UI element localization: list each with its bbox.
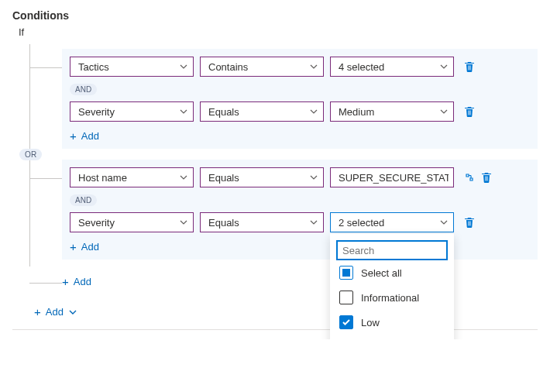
delete-icon[interactable] xyxy=(480,171,493,184)
group-box: Host name Equals SUPER_SECURE_STATION AN… xyxy=(62,160,538,260)
operator-select[interactable]: Equals xyxy=(200,101,324,122)
and-badge: AND xyxy=(70,84,97,95)
dropdown-option[interactable]: Low xyxy=(336,310,448,335)
value-select[interactable]: SUPER_SECURE_STATION xyxy=(330,167,454,187)
condition-tree: Tactics Contains 4 selected AND Se xyxy=(29,49,538,288)
chevron-down-icon xyxy=(309,218,318,227)
checkbox-indeterminate-icon xyxy=(339,266,353,280)
value-select[interactable]: 4 selected xyxy=(330,57,454,77)
operator-select[interactable]: Equals xyxy=(200,167,324,187)
condition-group: Tactics Contains 4 selected AND Se xyxy=(29,49,538,149)
operator-value: Equals xyxy=(208,217,239,229)
add-label: Add xyxy=(81,130,99,142)
value-text: Medium xyxy=(339,106,374,118)
option-label: Informational xyxy=(361,292,419,304)
operator-select[interactable]: Contains xyxy=(200,57,324,77)
operator-value: Contains xyxy=(208,61,248,73)
chevron-down-icon xyxy=(179,173,188,182)
or-badge: OR xyxy=(19,149,42,160)
chevron-down-icon xyxy=(309,107,318,116)
field-value: Tactics xyxy=(78,61,109,73)
chevron-down-icon xyxy=(179,218,188,227)
condition-row: Severity Equals Medium xyxy=(70,101,530,122)
add-condition-button[interactable]: + Add xyxy=(70,129,99,143)
value-text: 2 selected xyxy=(339,217,384,229)
value-dropdown: Select all Informational Low Medium High xyxy=(330,234,454,339)
chevron-down-icon xyxy=(68,308,77,317)
checkbox-icon xyxy=(339,291,353,304)
add-group-row: + Add xyxy=(29,275,538,288)
plus-icon: + xyxy=(70,129,77,143)
value-select[interactable]: 2 selected xyxy=(330,212,454,232)
add-label: Add xyxy=(74,276,91,287)
chevron-down-icon xyxy=(439,62,449,71)
dropdown-option[interactable]: Medium xyxy=(336,335,448,339)
and-badge: AND xyxy=(70,194,97,206)
checkbox-checked-icon xyxy=(339,315,353,329)
option-label: Select all xyxy=(361,267,402,279)
condition-row: Severity Equals 2 selected xyxy=(70,212,530,232)
group-box: Tactics Contains 4 selected AND Se xyxy=(62,49,538,149)
field-select[interactable]: Tactics xyxy=(70,57,194,77)
field-select[interactable]: Severity xyxy=(70,212,194,232)
operator-select[interactable]: Equals xyxy=(200,212,324,232)
chevron-down-icon xyxy=(179,107,188,116)
option-label: Low xyxy=(361,317,380,328)
chevron-down-icon xyxy=(179,62,188,71)
field-value: Severity xyxy=(78,106,115,118)
value-text: 4 selected xyxy=(339,61,384,73)
value-text: SUPER_SECURE_STATION xyxy=(339,172,449,184)
add-root-button[interactable]: + Add xyxy=(34,305,77,318)
condition-row: Host name Equals SUPER_SECURE_STATION xyxy=(70,167,530,187)
field-select[interactable]: Host name xyxy=(70,167,194,187)
section-title: Conditions xyxy=(12,9,538,22)
add-label: Add xyxy=(81,241,99,253)
delete-icon[interactable] xyxy=(463,60,476,73)
select-all-option[interactable]: Select all xyxy=(336,260,448,285)
dropdown-option[interactable]: Informational xyxy=(336,285,448,310)
condition-group: OR Host name Equals SUPER_SECURE_STATION xyxy=(29,160,538,260)
operator-value: Equals xyxy=(208,106,239,118)
divider xyxy=(12,329,538,330)
chevron-down-icon xyxy=(439,107,449,116)
dropdown-search-input[interactable] xyxy=(336,240,448,260)
operator-value: Equals xyxy=(208,172,239,184)
chevron-down-icon xyxy=(309,62,318,71)
field-select[interactable]: Severity xyxy=(70,101,194,122)
field-value: Severity xyxy=(78,217,115,229)
add-condition-button[interactable]: + Add xyxy=(70,240,99,253)
plus-icon: + xyxy=(34,305,41,318)
condition-row: Tactics Contains 4 selected xyxy=(70,57,530,77)
add-label: Add xyxy=(46,306,64,318)
if-label: If xyxy=(19,26,538,38)
delete-icon[interactable] xyxy=(463,105,476,118)
chevron-down-icon xyxy=(309,173,318,182)
add-group-button[interactable]: + Add xyxy=(62,275,91,288)
field-value: Host name xyxy=(78,172,127,184)
entity-mapping-icon[interactable] xyxy=(463,171,476,184)
plus-icon: + xyxy=(62,275,69,288)
value-select[interactable]: Medium xyxy=(330,101,454,122)
plus-icon: + xyxy=(70,240,77,253)
chevron-down-icon xyxy=(439,218,449,227)
delete-icon[interactable] xyxy=(463,216,476,229)
